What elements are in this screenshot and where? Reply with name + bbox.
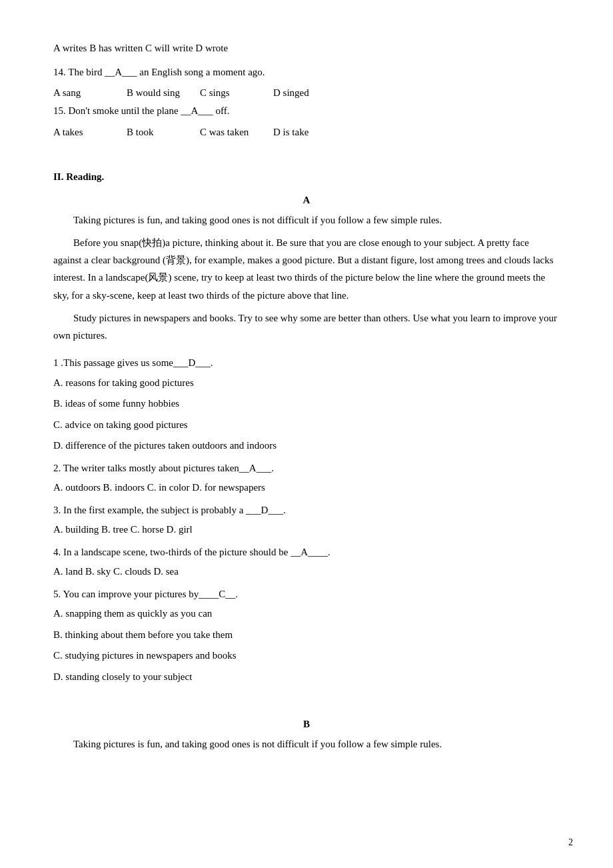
q14-option-a: A sang	[53, 87, 107, 99]
q15-options: A takes B took C was taken D is take	[53, 127, 560, 138]
q15-option-c: C was taken	[200, 127, 253, 138]
q15-option-b: B took	[127, 127, 180, 138]
reading-a-para3: Study pictures in newspapers and books. …	[53, 309, 560, 345]
q1-option-b: B. ideas of some funny hobbies	[53, 395, 560, 413]
q14-option-d: D singed	[273, 87, 326, 99]
q13-options-line: A writes B has written C will write D wr…	[53, 40, 560, 57]
reading-b-title: B	[53, 719, 560, 730]
q4-label: 4. In a landscape scene, two-thirds of t…	[53, 544, 560, 561]
section2-header: II. Reading.	[53, 171, 560, 183]
q3-label: 3. In the first example, the subject is …	[53, 502, 560, 519]
q5-option-b: B. thinking about them before you take t…	[53, 627, 560, 644]
q5-label: 5. You can improve your pictures by____C…	[53, 586, 560, 603]
q2-label: 2. The writer talks mostly about picture…	[53, 460, 560, 477]
q3-options: A. building B. tree C. horse D. girl	[53, 521, 560, 539]
q14-options: A sang B would sing C sings D singed	[53, 87, 560, 99]
q15-question: 15. Don't smoke until the plane __A___ o…	[53, 103, 560, 120]
q5-option-d: D. standing closely to your subject	[53, 669, 560, 686]
reading-a-title: A	[53, 195, 560, 206]
q14-option-c: C sings	[200, 87, 253, 99]
q5-option-c: C. studying pictures in newspapers and b…	[53, 647, 560, 665]
reading-a-para1: Taking pictures is fun, and taking good …	[53, 211, 560, 229]
page-number: 2	[568, 837, 573, 848]
q15-label-text: 15. Don't smoke until the plane __A___ o…	[53, 105, 229, 116]
q1-label: 1 .This passage gives us some___D___.	[53, 355, 560, 372]
q14-label-text: 14. The bird __A___ an English song a mo…	[53, 67, 265, 77]
reading-a-para2: Before you snap(快拍)a picture, thinking a…	[53, 234, 560, 304]
q1-option-c: C. advice on taking good pictures	[53, 417, 560, 434]
q5-option-a: A. snapping them as quickly as you can	[53, 605, 560, 623]
q14-option-b: B would sing	[127, 87, 180, 99]
q13-options-text: A writes B has written C will write D wr…	[53, 43, 228, 53]
q15-option-d: D is take	[273, 127, 326, 138]
q1-option-a: A. reasons for taking good pictures	[53, 375, 560, 392]
q1-option-d: D. difference of the pictures taken outd…	[53, 437, 560, 455]
q4-options: A. land B. sky C. clouds D. sea	[53, 563, 560, 581]
q15-option-a: A takes	[53, 127, 107, 138]
q2-options: A. outdoors B. indoors C. in color D. fo…	[53, 479, 560, 497]
q14-question: 14. The bird __A___ an English song a mo…	[53, 64, 560, 81]
reading-b-para1: Taking pictures is fun, and taking good …	[53, 735, 560, 753]
